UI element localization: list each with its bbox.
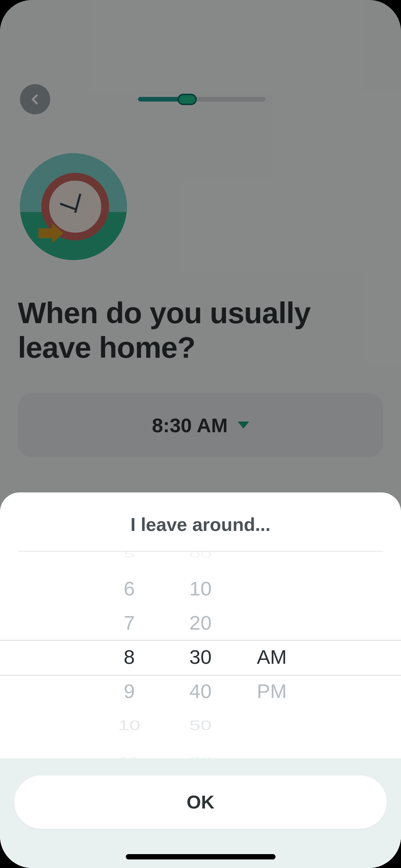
time-picker-sheet: I leave around... 5 6 7 8 9 10 11 00 10 bbox=[0, 492, 401, 868]
minute-option[interactable]: 50 bbox=[165, 713, 236, 737]
minute-option-selected[interactable]: 30 bbox=[165, 640, 236, 674]
minute-column[interactable]: 00 10 20 30 40 50 00 bbox=[165, 552, 236, 758]
ampm-column[interactable]: AM PM bbox=[236, 552, 308, 758]
hour-option[interactable]: 9 bbox=[94, 674, 165, 708]
hour-option[interactable]: 7 bbox=[94, 606, 165, 640]
ampm-option-selected[interactable]: AM bbox=[236, 640, 308, 674]
ok-button[interactable]: OK bbox=[14, 775, 387, 829]
minute-option[interactable]: 10 bbox=[165, 572, 236, 606]
hour-option[interactable]: 6 bbox=[94, 572, 165, 606]
hour-option[interactable]: 11 bbox=[94, 752, 165, 758]
hour-option-selected[interactable]: 8 bbox=[94, 640, 165, 674]
sheet-title: I leave around... bbox=[0, 492, 401, 551]
hour-option[interactable]: 5 bbox=[94, 552, 165, 562]
hour-option[interactable]: 10 bbox=[94, 713, 165, 737]
ok-button-label: OK bbox=[187, 791, 215, 813]
hour-column[interactable]: 5 6 7 8 9 10 11 bbox=[94, 552, 165, 758]
minute-option[interactable]: 00 bbox=[165, 752, 236, 758]
ampm-option[interactable]: PM bbox=[236, 674, 308, 708]
minute-option[interactable]: 20 bbox=[165, 606, 236, 640]
home-indicator bbox=[126, 854, 276, 859]
time-picker[interactable]: 5 6 7 8 9 10 11 00 10 20 30 40 50 00 bbox=[0, 552, 401, 758]
minute-option[interactable]: 40 bbox=[165, 674, 236, 708]
minute-option[interactable]: 00 bbox=[165, 552, 236, 562]
